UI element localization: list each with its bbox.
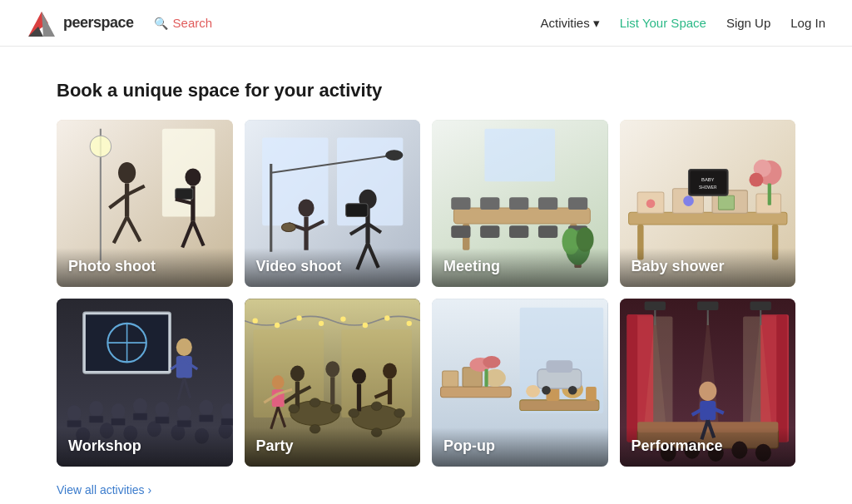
- svg-point-186: [699, 382, 716, 401]
- svg-rect-51: [509, 225, 528, 238]
- svg-point-143: [330, 405, 341, 414]
- nav-signup[interactable]: Sign Up: [726, 16, 770, 30]
- workshop-overlay: Workshop: [57, 427, 233, 467]
- svg-rect-14: [176, 189, 193, 200]
- svg-rect-172: [627, 315, 637, 442]
- svg-rect-182: [750, 302, 770, 311]
- logo[interactable]: peerspace: [27, 8, 134, 38]
- svg-rect-46: [509, 197, 528, 210]
- svg-rect-44: [451, 197, 470, 210]
- svg-point-34: [298, 199, 314, 216]
- party-overlay: Party: [245, 427, 421, 467]
- header: peerspace 🔍 Search Activities ▾ List You…: [0, 0, 852, 47]
- svg-rect-108: [155, 417, 169, 423]
- svg-point-26: [385, 150, 403, 161]
- svg-point-114: [274, 323, 279, 328]
- performance-overlay: Performance: [620, 427, 796, 467]
- activity-card-video-shoot[interactable]: Video shoot: [245, 120, 421, 287]
- svg-point-90: [89, 401, 103, 417]
- party-label: Party: [256, 437, 294, 454]
- svg-point-147: [394, 409, 404, 418]
- svg-point-125: [290, 366, 304, 382]
- nav-activities[interactable]: Activities ▾: [540, 16, 599, 31]
- meeting-label: Meeting: [443, 258, 500, 274]
- header-left: peerspace 🔍 Search: [27, 8, 212, 38]
- chevron-down-icon: ▾: [593, 16, 600, 31]
- activity-card-performance[interactable]: Performance: [620, 299, 796, 466]
- activities-grid: Photo shoot: [57, 120, 795, 467]
- activity-card-meeting[interactable]: Meeting: [432, 120, 608, 287]
- video-shoot-overlay: Video shoot: [245, 248, 421, 287]
- svg-point-120: [406, 321, 411, 326]
- view-all-activities-link[interactable]: View all activities ›: [57, 483, 151, 497]
- nav-login[interactable]: Log In: [790, 16, 825, 30]
- view-all-label: View all activities: [57, 483, 145, 497]
- main-content: Book a unique space for your activity: [0, 47, 852, 504]
- svg-rect-70: [690, 171, 726, 194]
- svg-rect-106: [111, 418, 126, 425]
- section-title: Book a unique space for your activity: [57, 80, 795, 101]
- svg-rect-40: [484, 129, 555, 181]
- svg-point-144: [310, 398, 320, 408]
- svg-point-6: [118, 162, 136, 183]
- svg-rect-104: [67, 421, 82, 427]
- svg-rect-152: [441, 387, 512, 398]
- svg-rect-41: [453, 208, 590, 224]
- svg-point-92: [133, 398, 147, 414]
- svg-point-66: [646, 199, 655, 208]
- meeting-overlay: Meeting: [432, 248, 608, 287]
- svg-text:BABY: BABY: [701, 177, 715, 182]
- svg-rect-45: [480, 197, 499, 210]
- svg-rect-160: [586, 387, 597, 401]
- activity-card-popup[interactable]: Pop-up: [432, 299, 608, 466]
- svg-point-113: [252, 319, 257, 324]
- svg-rect-52: [538, 225, 557, 238]
- baby-shower-overlay: Baby shower: [620, 248, 796, 287]
- svg-rect-84: [176, 356, 192, 378]
- svg-point-75: [749, 173, 763, 187]
- svg-rect-76: [767, 183, 770, 205]
- svg-point-131: [352, 368, 366, 384]
- svg-rect-29: [345, 204, 367, 217]
- svg-point-91: [111, 404, 126, 420]
- photo-shoot-label: Photo shoot: [68, 258, 156, 274]
- svg-rect-111: [221, 418, 233, 425]
- svg-point-115: [296, 316, 301, 321]
- view-all-arrow-icon: ›: [148, 483, 152, 497]
- popup-label: Pop-up: [443, 437, 495, 454]
- photo-shoot-overlay: Photo shoot: [57, 248, 233, 287]
- svg-rect-154: [443, 371, 458, 387]
- activity-card-baby-shower[interactable]: BABY SHOWER Baby shower: [620, 120, 796, 287]
- svg-rect-59: [628, 212, 786, 225]
- svg-point-142: [288, 405, 299, 414]
- activity-card-photo-shoot[interactable]: Photo shoot: [57, 120, 233, 287]
- svg-rect-50: [480, 225, 499, 238]
- svg-point-148: [371, 402, 382, 411]
- activity-card-workshop[interactable]: Workshop: [57, 299, 233, 466]
- svg-point-117: [340, 317, 345, 322]
- svg-point-118: [362, 323, 367, 328]
- baby-shower-label: Baby shower: [632, 258, 725, 274]
- svg-rect-180: [697, 302, 718, 311]
- svg-point-89: [67, 406, 82, 422]
- svg-rect-49: [451, 225, 470, 238]
- svg-rect-68: [718, 195, 734, 210]
- svg-point-167: [568, 386, 577, 395]
- svg-point-136: [271, 376, 284, 390]
- svg-point-95: [199, 400, 213, 416]
- svg-point-166: [542, 386, 551, 395]
- search-button[interactable]: 🔍 Search: [154, 16, 213, 30]
- svg-point-83: [176, 338, 192, 356]
- logo-text: peerspace: [63, 14, 134, 32]
- svg-point-38: [281, 223, 295, 232]
- svg-point-116: [318, 321, 323, 326]
- svg-point-19: [90, 136, 111, 156]
- svg-rect-163: [484, 369, 488, 387]
- performance-label: Performance: [632, 437, 723, 454]
- activity-card-party[interactable]: Party: [245, 299, 421, 466]
- svg-rect-105: [89, 416, 103, 422]
- nav-list-space[interactable]: List Your Space: [620, 16, 706, 30]
- svg-point-129: [325, 362, 339, 378]
- svg-point-93: [155, 402, 169, 418]
- svg-point-94: [177, 406, 191, 422]
